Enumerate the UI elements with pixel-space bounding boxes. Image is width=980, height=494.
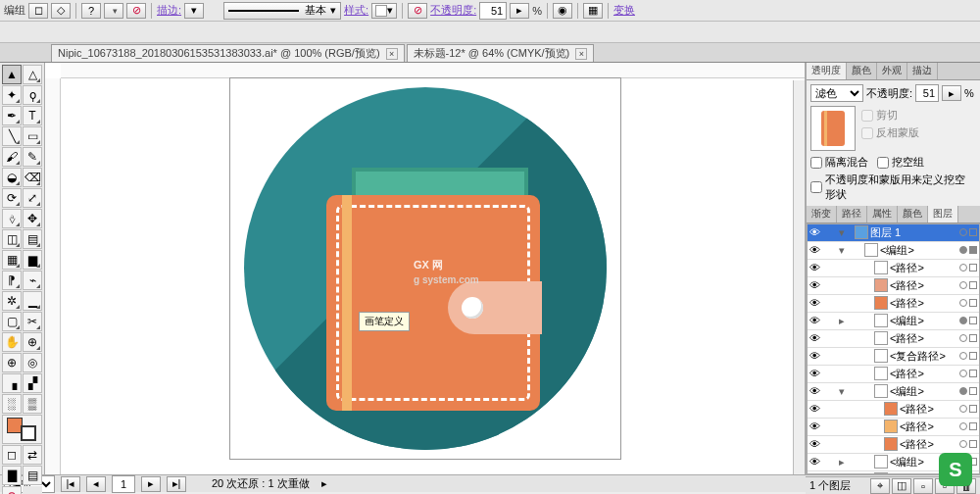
artboard-number-input[interactable] (112, 475, 135, 493)
pen-tool[interactable]: ✒ (2, 106, 22, 125)
visibility-toggle-icon[interactable]: 👁 (808, 315, 821, 326)
panel-tab-pathfinder[interactable]: 路径 (837, 206, 867, 222)
layer-row[interactable]: 👁<路径> (808, 260, 979, 277)
layer-row[interactable]: 👁▾<编组> (808, 383, 979, 401)
selection-indicator[interactable] (969, 299, 977, 307)
panel-opacity-input[interactable] (915, 84, 939, 102)
opacity-stepper[interactable]: ▸ (510, 3, 529, 19)
make-clipping-mask-button[interactable]: ◫ (892, 478, 911, 494)
magic-wand-tool[interactable]: ✦ (2, 85, 22, 105)
blend-tool[interactable]: ⌁ (23, 271, 42, 290)
selection-indicator[interactable] (969, 334, 977, 342)
new-sublayer-button[interactable]: ▫ (913, 478, 933, 494)
close-icon[interactable]: × (386, 48, 398, 60)
target-icon[interactable] (959, 228, 967, 236)
fill-stroke-proxy[interactable] (2, 415, 42, 444)
target-icon[interactable] (959, 334, 967, 342)
selection-indicator[interactable] (969, 317, 977, 324)
last-artboard-button[interactable]: ▸| (167, 476, 186, 492)
default-fill-stroke[interactable]: ◻ (2, 445, 22, 465)
selection-indicator[interactable] (969, 440, 977, 448)
target-icon[interactable] (959, 352, 967, 360)
layer-row[interactable]: 👁<路径> (808, 419, 979, 436)
eyedropper-disabled-icon[interactable]: ⊘ (408, 3, 427, 19)
panel-tab-gradient[interactable]: 渐变 (807, 206, 837, 222)
close-icon[interactable]: × (575, 48, 587, 60)
rotate-tool[interactable]: ⟳ (2, 188, 22, 208)
disclosure-triangle-icon[interactable]: ▾ (837, 244, 847, 257)
opacity-link[interactable]: 不透明度: (430, 3, 476, 18)
panel-tab-attributes[interactable]: 属性 (867, 206, 898, 222)
swap-fill-stroke[interactable]: ⇄ (23, 445, 42, 465)
gradient-tool[interactable]: ▆ (23, 250, 42, 270)
panel-tab-layers[interactable]: 图层 (928, 206, 958, 222)
ruler-vertical[interactable] (45, 78, 61, 474)
target-icon[interactable] (959, 264, 967, 272)
selection-indicator[interactable] (969, 264, 977, 272)
layer-row[interactable]: 👁<路径> (808, 295, 979, 313)
style-swatch-dropdown[interactable]: ▾ (371, 3, 397, 19)
gradient-mode[interactable]: ▤ (23, 466, 42, 485)
misc-tool[interactable]: ▞ (23, 373, 42, 393)
stroke-link[interactable]: 描边: (157, 3, 181, 18)
layer-row[interactable]: 👁<路径> (808, 277, 979, 295)
scale-tool[interactable]: ⤢ (23, 188, 42, 208)
visibility-toggle-icon[interactable]: 👁 (808, 226, 821, 238)
knockout-group-checkbox[interactable]: 挖空组 (877, 155, 924, 170)
visibility-toggle-icon[interactable]: 👁 (808, 385, 821, 397)
type-tool[interactable]: T (23, 106, 42, 125)
selection-indicator[interactable] (969, 352, 977, 360)
visibility-toggle-icon[interactable]: 👁 (808, 403, 821, 415)
visibility-toggle-icon[interactable]: 👁 (808, 438, 821, 450)
selection-indicator[interactable] (969, 228, 977, 236)
visibility-toggle-icon[interactable]: 👁 (808, 297, 821, 309)
selection-indicator[interactable] (969, 422, 977, 430)
help-button[interactable]: ? (81, 3, 101, 19)
layer-row[interactable]: 👁<路径> (808, 366, 979, 383)
visibility-toggle-icon[interactable]: 👁 (808, 420, 821, 432)
disclosure-triangle-icon[interactable]: ▸ (837, 315, 847, 327)
disclosure-triangle-icon[interactable]: ▾ (837, 385, 847, 398)
stroke-weight-dropdown[interactable]: ▾ (184, 3, 204, 19)
panel-tab-swatches[interactable]: 颜色 (898, 206, 928, 222)
color-mode[interactable]: ▇ (2, 466, 22, 485)
column-graph-tool[interactable]: ▁ (23, 291, 42, 311)
width-tool[interactable]: ⎀ (2, 209, 22, 228)
paintbrush-tool[interactable]: 🖌 (2, 147, 22, 167)
anchor-smooth-button[interactable]: ◇ (51, 3, 71, 19)
target-icon[interactable] (959, 246, 967, 254)
target-tool[interactable]: ◎ (23, 353, 42, 372)
visibility-toggle-icon[interactable]: 👁 (808, 244, 821, 256)
document-tab-1[interactable]: Nipic_10673188_20180306153531383033.ai* … (51, 44, 405, 62)
shape-builder-tool[interactable]: ◫ (2, 229, 22, 249)
layer-row[interactable]: 👁▾<编组> (808, 242, 979, 260)
hand-tool[interactable]: ✋ (2, 332, 22, 352)
next-artboard-button[interactable]: ▸ (141, 476, 161, 492)
selection-indicator[interactable] (969, 281, 977, 289)
prev-artboard-button[interactable]: ◂ (86, 476, 106, 492)
visibility-toggle-icon[interactable]: 👁 (808, 279, 821, 291)
rectangle-tool[interactable]: ▭ (23, 126, 42, 146)
target-icon[interactable] (959, 440, 967, 448)
misc-tool-3[interactable]: ▒ (23, 394, 42, 414)
align-button[interactable]: ▦ (583, 3, 603, 19)
slice-tool[interactable]: ✂ (23, 312, 42, 331)
line-tool[interactable]: ╲ (2, 126, 22, 146)
cross-tool[interactable]: ⊕ (2, 353, 22, 372)
layers-list[interactable]: 👁▾图层 1👁▾<编组>👁<路径>👁<路径>👁<路径>👁▸<编组>👁<路径>👁<… (807, 223, 980, 475)
free-transform-tool[interactable]: ✥ (23, 209, 42, 228)
selection-indicator[interactable] (969, 405, 977, 413)
disclosure-triangle-icon[interactable]: ▸ (837, 456, 847, 469)
eyedropper-tool[interactable]: ⁋ (2, 271, 22, 290)
graph-tool[interactable]: ▗ (2, 373, 22, 393)
ruler-horizontal[interactable] (61, 63, 805, 78)
layer-row[interactable]: 👁<复合路径> (808, 348, 979, 366)
mesh-tool[interactable]: ▦ (2, 250, 22, 270)
visibility-toggle-icon[interactable]: 👁 (808, 262, 821, 273)
document-tab-2[interactable]: 未标题-12* @ 64% (CMYK/预览)× (407, 44, 595, 62)
target-icon[interactable] (959, 422, 967, 430)
misc-tool-2[interactable]: ░ (2, 394, 22, 414)
brush-definition-dropdown[interactable]: 基本 ▾ (223, 2, 341, 20)
selection-tool[interactable]: ▲ (2, 65, 22, 84)
lasso-tool[interactable]: ϙ (23, 85, 42, 105)
